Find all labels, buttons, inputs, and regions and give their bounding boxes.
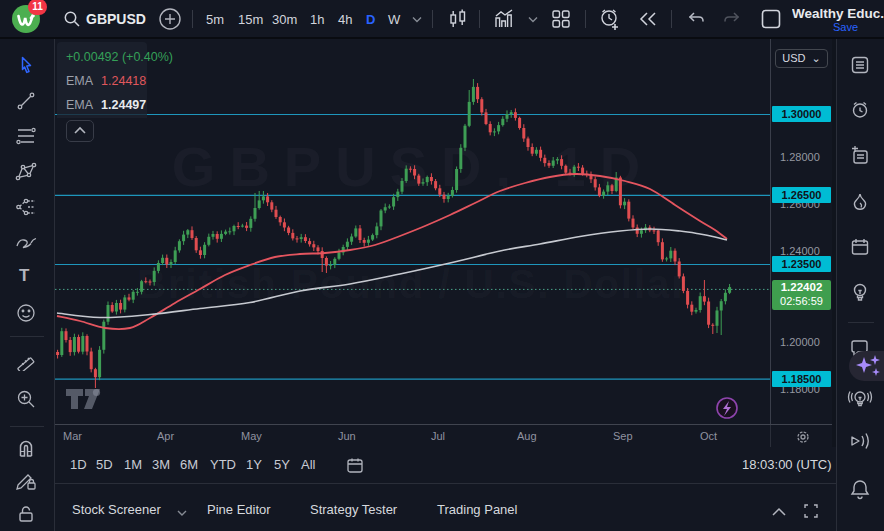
svg-text:British Pound / U.S. Dollar: British Pound / U.S. Dollar (137, 262, 689, 306)
svg-text:GBPUSD, 1D: GBPUSD, 1D (172, 135, 654, 198)
